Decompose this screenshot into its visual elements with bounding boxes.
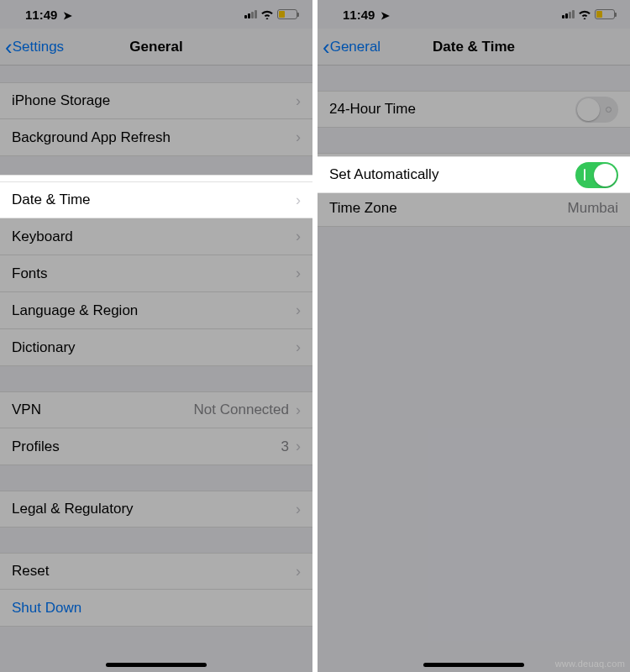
row-label: Fonts <box>12 265 296 282</box>
nav-bar: ‹ Settings General <box>0 29 312 66</box>
row-label: Set Automatically <box>329 166 575 183</box>
chevron-right-icon: › <box>296 92 301 110</box>
chevron-right-icon: › <box>296 501 301 518</box>
chevron-right-icon: › <box>296 402 301 419</box>
home-indicator <box>106 663 207 667</box>
row-label: Time Zone <box>329 200 568 217</box>
nav-title: Date & Time <box>318 39 630 55</box>
wifi-icon <box>578 9 591 19</box>
row-reset[interactable]: Reset › <box>0 553 312 590</box>
row-set-automatically-highlight[interactable]: Set Automatically <box>318 156 630 193</box>
row-label: iPhone Storage <box>12 92 296 109</box>
chevron-right-icon: › <box>296 228 301 245</box>
chevron-right-icon: › <box>296 339 301 356</box>
battery-icon <box>277 9 297 19</box>
toggle-24-hour[interactable] <box>575 97 618 123</box>
chevron-right-icon: › <box>296 129 301 146</box>
row-label: Keyboard <box>12 228 296 245</box>
nav-title: General <box>0 39 312 55</box>
row-keyboard[interactable]: Keyboard › <box>0 218 312 255</box>
row-value: Mumbai <box>568 200 618 217</box>
status-right <box>562 9 615 19</box>
row-value: Not Connected <box>194 402 289 418</box>
row-language-region[interactable]: Language & Region › <box>0 292 312 329</box>
status-bar: 11:49 ➤ <box>0 0 312 29</box>
left-screenshot: 11:49 ➤ ‹ Settings General iPhone Storag… <box>0 0 312 672</box>
row-24-hour-time[interactable]: 24-Hour Time <box>318 91 630 128</box>
row-vpn[interactable]: VPN Not Connected › <box>0 391 312 428</box>
status-right <box>244 9 297 19</box>
row-label: 24-Hour Time <box>329 101 575 118</box>
clock-text: 11:49 <box>343 8 375 22</box>
wifi-icon <box>260 9 274 19</box>
row-background-app-refresh[interactable]: Background App Refresh › <box>0 119 312 156</box>
home-indicator <box>423 663 524 667</box>
location-icon: ➤ <box>381 9 390 22</box>
row-dictionary[interactable]: Dictionary › <box>0 329 312 366</box>
chevron-right-icon: › <box>296 563 301 580</box>
row-label: Reset <box>12 563 296 580</box>
row-date-time[interactable]: Date & Time › <box>0 181 312 218</box>
row-fonts[interactable]: Fonts › <box>0 255 312 292</box>
right-screenshot: 11:49 ➤ ‹ General Date & Time 24-Hour Ti… <box>318 0 630 672</box>
row-label: Profiles <box>12 438 281 455</box>
row-shut-down[interactable]: Shut Down <box>0 590 312 627</box>
row-label: Language & Region <box>12 302 296 319</box>
toggle-set-automatically[interactable] <box>575 162 618 188</box>
chevron-right-icon: › <box>296 302 301 319</box>
cellular-icon <box>244 10 257 18</box>
row-label: Dictionary <box>12 339 296 356</box>
row-time-zone[interactable]: Time Zone Mumbai <box>318 190 630 227</box>
chevron-right-icon: › <box>296 192 301 209</box>
clock-text: 11:49 <box>25 8 57 22</box>
row-label: Legal & Regulatory <box>12 501 296 517</box>
nav-bar: ‹ General Date & Time <box>318 29 630 66</box>
settings-list: iPhone Storage › Background App Refresh … <box>0 66 312 652</box>
chevron-right-icon: › <box>296 265 301 282</box>
status-time: 11:49 ➤ <box>343 8 390 22</box>
location-icon: ➤ <box>63 9 72 22</box>
row-iphone-storage[interactable]: iPhone Storage › <box>0 82 312 119</box>
datetime-list: 24-Hour Time Set Automatically Time Zone… <box>318 66 630 227</box>
status-bar: 11:49 ➤ <box>318 0 630 29</box>
row-label: Shut Down <box>12 600 301 617</box>
row-profiles[interactable]: Profiles 3 › <box>0 428 312 465</box>
row-label: Date & Time <box>12 192 296 208</box>
battery-icon <box>595 9 615 19</box>
status-time: 11:49 ➤ <box>25 8 72 22</box>
row-value: 3 <box>281 438 289 455</box>
watermark: www.deuaq.com <box>555 659 625 669</box>
row-legal[interactable]: Legal & Regulatory › <box>0 491 312 528</box>
row-label: Background App Refresh <box>12 129 296 146</box>
chevron-right-icon: › <box>296 438 301 455</box>
row-label: VPN <box>12 402 194 418</box>
cellular-icon <box>562 10 575 18</box>
